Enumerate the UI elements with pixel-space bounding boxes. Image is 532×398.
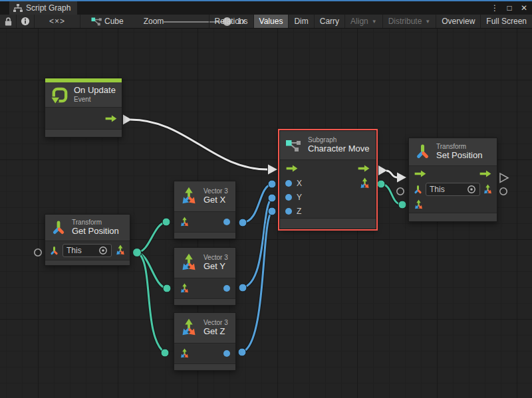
- node-header: Subgraph Character Move: [280, 131, 376, 160]
- node-character-move[interactable]: Subgraph Character Move X Y Z: [279, 130, 376, 229]
- node-footer: [409, 213, 497, 221]
- node-footer: [280, 218, 376, 229]
- node-header: Vector 3 Get Y: [174, 248, 235, 278]
- toolbar-separator: [80, 15, 80, 28]
- close-icon[interactable]: ✕: [519, 3, 529, 13]
- float-out-port[interactable]: [223, 219, 230, 225]
- node-title: Character Move: [308, 144, 369, 154]
- maximize-icon[interactable]: □: [504, 3, 515, 13]
- flow-out-arrow-icon[interactable]: [357, 164, 370, 173]
- node-body: This: [409, 166, 497, 213]
- zoom-label: Zoom: [142, 15, 166, 28]
- node-get-y[interactable]: Vector 3 Get Y: [174, 247, 236, 306]
- graph-target-label[interactable]: Cube: [104, 15, 131, 28]
- script-graph-window: Script Graph ⋮ □ ✕ <×> Cube Zoom 1x Rela…: [0, 0, 532, 398]
- window-controls: ⋮ □ ✕: [489, 1, 529, 15]
- vector3-icon: [180, 217, 190, 228]
- info-icon: [21, 17, 30, 26]
- flow-in-arrow-icon[interactable]: [285, 164, 299, 173]
- node-title: Get Y: [203, 262, 228, 272]
- node-subtitle: Event: [74, 96, 116, 104]
- node-header: On Update Event: [45, 82, 122, 108]
- vector3-icon: [180, 348, 190, 359]
- relations-button[interactable]: Relations: [209, 15, 253, 28]
- flow-out-arrow-icon[interactable]: [104, 114, 118, 123]
- port-z[interactable]: [285, 208, 292, 215]
- graph-tree-icon: [13, 4, 23, 12]
- node-header: Vector 3 Get Z: [174, 313, 235, 344]
- dim-button[interactable]: Dim: [288, 15, 313, 28]
- node-body: [174, 344, 235, 363]
- node-title: Set Position: [436, 151, 482, 161]
- port-x-label: X: [297, 179, 302, 188]
- vector3-out-icon[interactable]: [359, 177, 370, 190]
- subgraph-icon: [285, 138, 303, 153]
- vector3-icon: [180, 187, 198, 207]
- node-footer: [45, 129, 122, 137]
- node-body: X Y Z: [280, 160, 376, 218]
- vector3-icon: [180, 253, 198, 273]
- flow-in-arrow-icon[interactable]: [414, 169, 427, 178]
- node-get-position[interactable]: Transform Get Position This: [45, 214, 130, 266]
- node-header: Transform Get Position: [45, 215, 130, 241]
- lock-button[interactable]: [0, 15, 16, 28]
- vector3-icon: [180, 283, 190, 294]
- tab-script-graph[interactable]: Script Graph: [9, 1, 77, 15]
- node-set-position[interactable]: Transform Set Position This: [408, 138, 497, 222]
- node-body: [174, 212, 235, 232]
- node-footer: [174, 298, 235, 305]
- target-picker-icon[interactable]: [467, 185, 476, 194]
- node-title: Get Z: [203, 327, 228, 337]
- port-x[interactable]: [285, 180, 292, 187]
- vector3-icon: [180, 318, 198, 338]
- node-header: Vector 3 Get X: [174, 181, 235, 212]
- full-screen-button[interactable]: Full Screen: [480, 15, 532, 28]
- node-get-x[interactable]: Vector 3 Get X: [174, 181, 236, 239]
- float-out-port[interactable]: [223, 285, 230, 292]
- node-title: Get Position: [72, 227, 119, 237]
- transform-icon: [49, 246, 59, 256]
- overview-button[interactable]: Overview: [436, 15, 480, 28]
- transform-icon: [51, 220, 66, 236]
- float-out-port[interactable]: [223, 350, 230, 357]
- node-header: Transform Set Position: [409, 138, 497, 166]
- node-footer: [45, 260, 130, 265]
- toolbar-toggle-group: Relations Values Dim Carry Align ▼ Distr…: [209, 15, 532, 28]
- node-title: On Update: [74, 86, 116, 96]
- chevron-down-icon: ▼: [425, 19, 430, 25]
- window-menu-icon[interactable]: ⋮: [489, 3, 500, 13]
- node-body: This: [45, 241, 130, 260]
- vector3-in-icon[interactable]: [414, 199, 424, 211]
- transform-icon: [414, 144, 431, 160]
- port-y-label: Y: [297, 193, 302, 202]
- node-footer: [174, 232, 235, 239]
- preview-code-button[interactable]: <×>: [35, 15, 80, 28]
- distribute-dropdown[interactable]: Distribute ▼: [382, 15, 436, 28]
- node-body: [174, 278, 235, 298]
- transform-icon: [413, 185, 423, 195]
- vector3-icon: [115, 245, 126, 256]
- cube-graph-icon: [91, 17, 102, 26]
- node-get-z[interactable]: Vector 3 Get Z: [174, 312, 236, 371]
- this-value: This: [430, 185, 445, 194]
- chevron-down-icon: ▼: [372, 19, 377, 25]
- carry-button[interactable]: Carry: [314, 15, 344, 28]
- info-button[interactable]: [17, 15, 34, 28]
- code-icon: <×>: [49, 17, 65, 26]
- this-value: This: [66, 246, 82, 255]
- loop-event-icon: [51, 86, 68, 104]
- lock-icon: [4, 17, 13, 27]
- this-object-field[interactable]: This: [63, 244, 112, 257]
- target-picker-icon[interactable]: [98, 246, 108, 255]
- values-button[interactable]: Values: [253, 15, 289, 28]
- tab-title: Script Graph: [26, 3, 70, 13]
- port-z-label: Z: [297, 207, 301, 216]
- align-dropdown[interactable]: Align ▼: [344, 15, 382, 28]
- graph-target-icon: [90, 15, 102, 28]
- node-body: [45, 108, 122, 129]
- graph-toolbar: <×> Cube Zoom 1x Relations Values Dim Ca…: [0, 15, 532, 29]
- port-y[interactable]: [285, 194, 292, 201]
- node-on-update[interactable]: On Update Event: [45, 78, 122, 138]
- flow-out-arrow-icon[interactable]: [479, 169, 492, 178]
- this-object-field[interactable]: This: [426, 183, 480, 196]
